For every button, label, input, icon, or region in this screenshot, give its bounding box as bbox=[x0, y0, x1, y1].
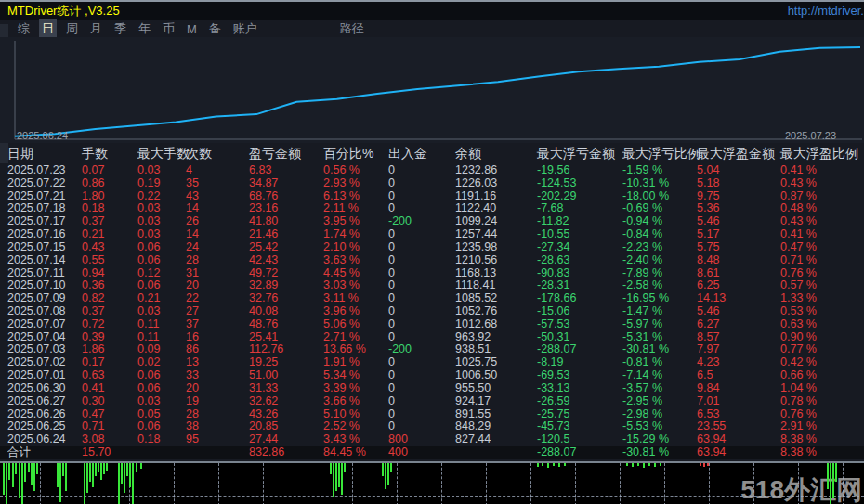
cell: 16 bbox=[186, 330, 199, 343]
table-header-row: 日期手数最大手数次数盈亏金额百分比%出入金余额最大浮亏金额最大浮亏比例最大浮盈金… bbox=[0, 143, 864, 163]
gridline bbox=[397, 463, 398, 504]
table-row[interactable]: 2025.07.080.370.032740.083.96 %01052.76-… bbox=[0, 304, 864, 317]
menu-item-3[interactable]: 月 bbox=[87, 19, 105, 38]
table-row[interactable]: 2025.07.140.550.062842.433.63 %01210.56-… bbox=[0, 253, 864, 266]
menu-item-10[interactable]: 路径 bbox=[337, 19, 367, 38]
cell: -2.95 % bbox=[622, 394, 662, 407]
table-row[interactable]: 2025.07.230.070.0346.830.56 %01232.86-19… bbox=[0, 163, 864, 176]
table-row[interactable]: 2025.06.260.470.052843.265.10 %0891.55-2… bbox=[0, 407, 864, 420]
cell: 3.43 % bbox=[323, 433, 360, 446]
cell: 5.46 bbox=[697, 214, 719, 227]
cell: 0.53 % bbox=[780, 304, 817, 317]
cell: 1.80 bbox=[82, 189, 104, 202]
volume-bar bbox=[547, 463, 549, 468]
cell: 25.42 bbox=[249, 240, 278, 253]
menu-item-1[interactable]: 日 bbox=[39, 19, 57, 38]
cell: 3.96 % bbox=[323, 304, 360, 317]
volume-bar bbox=[626, 463, 628, 466]
table-row[interactable]: 2025.07.100.360.062032.893.03 %01118.41-… bbox=[0, 278, 864, 291]
cell: 1257.44 bbox=[455, 227, 497, 240]
table-row[interactable]: 2025.06.300.410.062031.333.39 %0955.50-3… bbox=[0, 381, 864, 394]
cell: 0.03 bbox=[137, 201, 160, 214]
table-row[interactable]: 2025.07.180.180.031423.162.11 %01122.40-… bbox=[0, 201, 864, 214]
app-url-link[interactable]: http://mtdriver. bbox=[788, 2, 864, 20]
table-row[interactable]: 2025.07.070.720.113748.765.06 %01012.68-… bbox=[0, 317, 864, 330]
cell: 891.55 bbox=[455, 407, 491, 420]
cell: 400 bbox=[388, 446, 408, 459]
cell: 0.03 bbox=[137, 227, 160, 240]
gridline bbox=[620, 463, 621, 504]
cell: 827.44 bbox=[455, 433, 491, 446]
menu-item-8[interactable]: 备 bbox=[206, 19, 224, 38]
menu-item-6[interactable]: 币 bbox=[160, 19, 177, 38]
table-row[interactable]: 2025.07.160.210.031421.461.74 %01257.44-… bbox=[0, 227, 864, 240]
volume-bar bbox=[333, 463, 334, 497]
table-row[interactable]: 2025.07.150.430.062425.422.10 %01235.98-… bbox=[0, 240, 864, 253]
cell: 0.77 % bbox=[780, 342, 817, 355]
cell: 2025.07.21 bbox=[7, 189, 66, 202]
menu-item-7[interactable]: M bbox=[184, 21, 200, 37]
column-header-0: 日期 bbox=[7, 143, 33, 163]
watermark: 518外汇网 bbox=[740, 476, 862, 504]
equity-curve-svg bbox=[0, 37, 864, 143]
table-row[interactable]: 2025.07.170.370.032641.803.95 %-2001099.… bbox=[0, 214, 864, 227]
volume-bar bbox=[707, 463, 709, 466]
table-row[interactable]: 2025.06.250.710.063820.852.52 %0848.29-4… bbox=[0, 420, 864, 433]
table-row[interactable]: 2025.07.090.820.212232.763.11 %01085.52-… bbox=[0, 291, 864, 304]
menu-item-0[interactable]: 综 bbox=[15, 19, 33, 38]
cell: 0 bbox=[388, 330, 395, 343]
table-row[interactable]: 2025.06.243.080.189527.443.43 %800827.44… bbox=[0, 433, 864, 446]
cell: 800 bbox=[388, 433, 408, 446]
volume-bar bbox=[36, 463, 38, 474]
table-row[interactable]: 2025.07.020.170.021319.251.91 %01025.75-… bbox=[0, 355, 864, 368]
menu-item-4[interactable]: 季 bbox=[111, 19, 129, 38]
cell: 5.06 % bbox=[323, 317, 360, 330]
gridline bbox=[352, 463, 353, 504]
cell: 0 bbox=[388, 304, 395, 317]
cell: 0.07 bbox=[82, 163, 104, 176]
table-total-row[interactable]: 合计15.70832.8684.45 %400-288.07-30.81 %63… bbox=[0, 446, 864, 459]
cell: -0.84 % bbox=[622, 227, 662, 240]
activity-histogram-panel[interactable]: 518外汇网 bbox=[0, 461, 864, 504]
cell: 3.08 bbox=[82, 433, 104, 446]
cell: -10.55 bbox=[537, 227, 569, 240]
table-row[interactable]: 2025.06.270.300.031932.623.66 %0924.17-2… bbox=[0, 394, 864, 407]
cell: 2025.07.04 bbox=[7, 330, 66, 343]
cell: 0.21 bbox=[137, 291, 160, 304]
cell: 0.36 bbox=[82, 278, 104, 291]
cell: 0.82 bbox=[82, 291, 104, 304]
menu-item-2[interactable]: 周 bbox=[63, 19, 81, 38]
cell: 合计 bbox=[7, 446, 31, 459]
period-menu-bar: 综日周月季年币M备账户路径 bbox=[0, 20, 864, 37]
cell: 6.13 % bbox=[323, 189, 360, 202]
cell: 2.10 % bbox=[323, 240, 360, 253]
table-row[interactable]: 2025.07.220.860.193534.872.93 %01226.03-… bbox=[0, 176, 864, 189]
cell: 1226.03 bbox=[455, 176, 497, 189]
cell: 2025.07.16 bbox=[7, 227, 66, 240]
gridline bbox=[575, 463, 576, 504]
table-row[interactable]: 2025.07.211.800.224368.766.13 %01191.16-… bbox=[0, 189, 864, 202]
gridline bbox=[174, 463, 175, 504]
cell: 14.13 bbox=[697, 291, 726, 304]
cell: -27.34 bbox=[537, 240, 569, 253]
volume-bar bbox=[335, 463, 337, 491]
column-header-8: 最大浮亏金额 bbox=[537, 143, 615, 163]
cell: 0.43 % bbox=[780, 214, 817, 227]
equity-curve-chart[interactable] bbox=[0, 37, 864, 143]
table-row[interactable]: 2025.07.031.860.0986112.7613.66 %-200938… bbox=[0, 342, 864, 355]
cell: 0 bbox=[388, 278, 395, 291]
table-row[interactable]: 2025.07.110.940.123149.724.45 %01168.13-… bbox=[0, 266, 864, 279]
table-row[interactable]: 2025.07.010.630.063351.005.34 %01006.50-… bbox=[0, 368, 864, 381]
volume-bar bbox=[827, 463, 829, 489]
cell: 43.26 bbox=[249, 407, 278, 420]
menu-item-9[interactable]: 账户 bbox=[230, 19, 260, 38]
cell: 2025.06.30 bbox=[7, 381, 66, 394]
column-header-3: 次数 bbox=[186, 143, 212, 163]
cell: 0 bbox=[388, 253, 395, 266]
cell: 1210.56 bbox=[455, 253, 497, 266]
cell: 13.66 % bbox=[323, 342, 366, 355]
table-row[interactable]: 2025.07.040.390.111625.412.71 %0963.92-5… bbox=[0, 330, 864, 343]
cell: -3.57 % bbox=[622, 381, 662, 394]
menu-item-5[interactable]: 年 bbox=[136, 19, 153, 38]
cell: 2.11 % bbox=[323, 201, 359, 214]
